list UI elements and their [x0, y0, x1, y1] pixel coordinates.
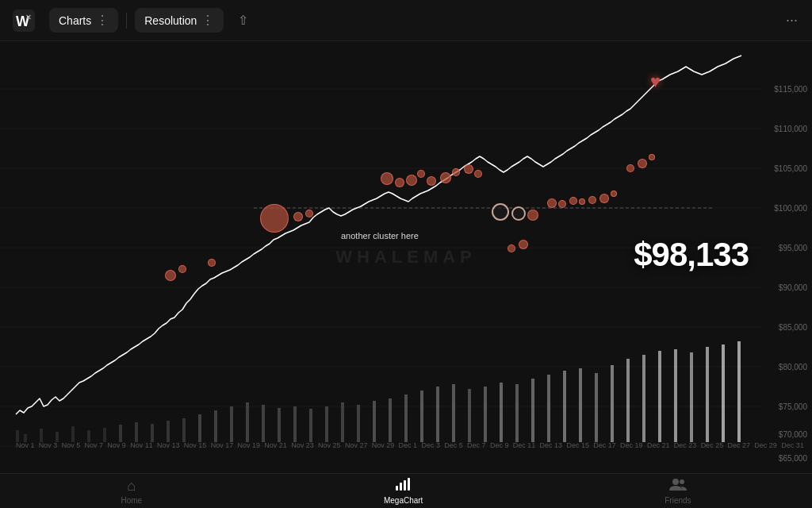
bubble-small-nov21c: [305, 210, 313, 217]
nav-megachart[interactable]: MegaChart: [384, 478, 423, 505]
svg-rect-31: [278, 408, 281, 442]
svg-rect-18: [71, 426, 75, 442]
svg-rect-63: [404, 480, 406, 491]
svg-rect-38: [389, 398, 392, 442]
x-label-dec23: Dec 23: [674, 441, 697, 449]
megachart-label: MegaChart: [384, 496, 423, 505]
y-label-90k: $90,000: [779, 283, 807, 292]
heart-marker: ♥: [650, 71, 661, 92]
svg-rect-51: [595, 373, 598, 442]
svg-rect-21: [119, 425, 122, 442]
svg-rect-42: [452, 384, 455, 442]
svg-rect-20: [103, 428, 106, 442]
topbar-right: ···: [783, 9, 801, 32]
x-label-nov5: Nov 5: [62, 441, 81, 449]
x-label-dec7: Dec 7: [467, 441, 486, 449]
svg-rect-49: [563, 371, 566, 442]
svg-rect-25: [182, 418, 186, 442]
home-icon: ⌂: [127, 478, 136, 495]
svg-rect-50: [579, 368, 582, 442]
resolution-tab[interactable]: Resolution ⋮: [135, 8, 224, 33]
x-label-nov23: Nov 23: [291, 441, 314, 449]
bubble-dec15e: [588, 196, 596, 204]
y-label-75k: $75,000: [779, 402, 807, 411]
svg-rect-27: [214, 410, 217, 442]
svg-rect-43: [468, 389, 471, 442]
svg-rect-32: [293, 406, 297, 442]
home-label: Home: [121, 496, 142, 505]
bubble-dec15d: [579, 198, 585, 205]
svg-rect-55: [658, 351, 661, 442]
current-price: $98,133: [634, 236, 749, 274]
charts-menu-icon[interactable]: ⋮: [96, 13, 109, 28]
svg-rect-56: [674, 349, 677, 442]
cluster-annotation: another cluster here: [341, 231, 419, 241]
x-label-dec27: Dec 27: [727, 441, 750, 449]
charts-tab[interactable]: Charts ⋮: [49, 8, 118, 33]
y-label-80k: $80,000: [779, 363, 807, 371]
svg-rect-24: [167, 421, 170, 442]
x-label-nov7: Nov 7: [84, 441, 103, 449]
nav-friends[interactable]: Friends: [665, 478, 691, 505]
bubble-dec3b: [474, 170, 482, 178]
svg-rect-61: [396, 486, 398, 491]
svg-rect-28: [230, 406, 233, 442]
bubble-dec3: [464, 164, 473, 174]
x-label-dec11: Dec 11: [513, 441, 536, 449]
y-label-100k: $100,000: [774, 204, 807, 213]
bubble-dec15b: [558, 200, 566, 208]
chart-area: WHALEMAP $115,000 $110,000 $105,000 $100…: [0, 41, 812, 473]
svg-rect-64: [408, 478, 410, 491]
svg-rect-52: [611, 365, 614, 442]
share-button[interactable]: ⇧: [235, 10, 251, 31]
x-label-dec3: Dec 3: [421, 441, 440, 449]
svg-rect-22: [135, 422, 138, 442]
svg-rect-48: [547, 375, 550, 442]
bubble-dec19c: [649, 154, 655, 160]
x-label-dec13: Dec 13: [540, 441, 563, 449]
bubble-dec19a: [626, 164, 634, 172]
x-label-nov11: Nov 11: [130, 441, 153, 449]
x-label-nov19: Nov 19: [238, 441, 261, 449]
topbar: W ✕ Charts ⋮ Resolution ⋮ ⇧ ···: [0, 0, 812, 41]
more-options-button[interactable]: ···: [783, 9, 801, 32]
x-label-dec17: Dec 17: [593, 441, 616, 449]
svg-rect-46: [515, 384, 519, 442]
x-label-nov3: Nov 3: [39, 441, 58, 449]
x-label-nov17: Nov 17: [211, 441, 234, 449]
svg-rect-36: [357, 405, 360, 442]
bubble-dec9b: [511, 206, 526, 221]
svg-rect-34: [325, 406, 328, 442]
svg-rect-30: [262, 405, 265, 442]
bubble-dec9d: [508, 244, 515, 252]
bottom-nav: ⌂ Home MegaChart Friends: [0, 473, 812, 508]
nav-home[interactable]: ⌂ Home: [121, 478, 142, 505]
svg-rect-54: [642, 355, 645, 442]
bubble-nov29a: [381, 172, 393, 185]
svg-rect-44: [484, 387, 487, 442]
svg-rect-45: [500, 383, 503, 442]
x-label-dec31: Dec 31: [781, 441, 804, 449]
svg-rect-58: [706, 347, 709, 442]
resolution-menu-icon[interactable]: ⋮: [201, 13, 214, 28]
bubble-dec17b: [611, 190, 617, 197]
svg-rect-41: [436, 387, 439, 442]
svg-text:✕: ✕: [25, 13, 32, 21]
bubble-dec17: [599, 194, 609, 203]
svg-rect-37: [373, 401, 376, 442]
y-label-95k: $95,000: [779, 244, 807, 252]
resolution-label: Resolution: [144, 14, 197, 27]
svg-rect-16: [40, 429, 43, 442]
bubble-nov18: [208, 259, 216, 267]
bubble-dec9e: [519, 240, 528, 249]
x-label-nov1: Nov 1: [16, 441, 35, 449]
svg-rect-57: [690, 352, 693, 442]
svg-rect-26: [198, 414, 201, 442]
x-label-nov15: Nov 15: [184, 441, 207, 449]
bubble-dec1: [440, 172, 451, 183]
bubble-dec9c: [527, 210, 538, 221]
bubble-large-nov21: [260, 204, 289, 233]
x-label-nov21: Nov 21: [264, 441, 287, 449]
y-label-110k: $110,000: [774, 125, 807, 133]
bubble-dec1b: [452, 168, 460, 176]
